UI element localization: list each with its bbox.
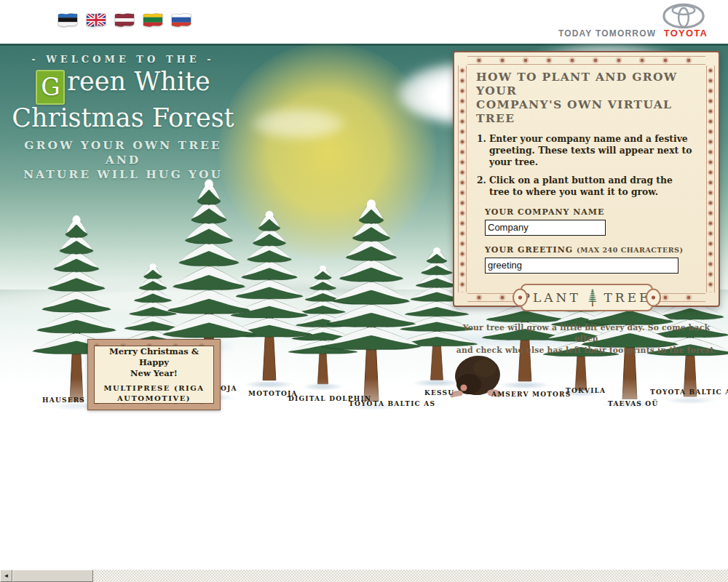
- toyota-emblem[interactable]: [661, 1, 706, 31]
- panel-ornament-left: [458, 65, 467, 292]
- tree-company-label: TOKVILA: [566, 387, 606, 394]
- green-g-badge: G: [36, 70, 65, 105]
- plant-instructions-panel: HOW TO PLANT AND GROW YOUR COMPANY'S OWN…: [453, 51, 720, 307]
- greeting-input[interactable]: [485, 258, 678, 274]
- plant-tree-button[interactable]: PLANT TREE: [521, 284, 653, 311]
- page-white-area: [0, 440, 728, 570]
- instruction-steps: Enter your company name and a festive gr…: [473, 133, 701, 198]
- step-2: Click on a plant button and drag the tre…: [489, 175, 693, 198]
- tree-company-label: TAEVAS OÜ: [608, 400, 658, 407]
- flag-united-kingdom[interactable]: [85, 12, 107, 28]
- greeting-label-limit: (MAX 240 CHARACTERS): [577, 246, 684, 254]
- tree-company-label: TOYOTA BALTIC AS: [650, 388, 728, 396]
- flag-lithuania[interactable]: [142, 12, 164, 28]
- site-title: Green White Christmas Forest: [12, 68, 234, 132]
- tree-company-label: KESSU: [424, 389, 454, 396]
- horizontal-scrollbar-track[interactable]: ◄: [0, 570, 728, 582]
- panel-title: HOW TO PLANT AND GROW YOUR COMPANY'S OWN…: [476, 71, 700, 126]
- flag-latvia[interactable]: [114, 12, 135, 28]
- tree-company-label: OJA: [221, 385, 237, 392]
- tree-company-label: AMSERV MOTORS: [491, 391, 571, 398]
- tree-word: TREE: [604, 290, 652, 305]
- greeting-label: YOUR GREETING (MAX 240 CHARACTERS): [485, 245, 719, 255]
- tree-company-label: TOYOTA BALTIC AS: [349, 400, 435, 407]
- language-flags: [57, 12, 192, 28]
- top-bar: TODAY TOMORROW TOYOTA: [0, 0, 728, 44]
- today-text: TODAY: [558, 28, 592, 39]
- planted-tree[interactable]: [323, 197, 420, 407]
- brand-tagline: TODAY TOMORROW TOYOTA: [558, 28, 708, 39]
- sign-company-line1: MULTIPRESE (RIGA: [104, 383, 205, 394]
- plant-word: PLANT: [522, 290, 581, 305]
- flag-russia[interactable]: [170, 12, 192, 28]
- hero-subtitle: GROW YOUR OWN TREE AND NATURE WILL HUG Y…: [12, 138, 234, 181]
- step-1: Enter your company name and a festive gr…: [489, 133, 693, 168]
- title-line1: reen White: [67, 67, 210, 96]
- flag-estonia[interactable]: [57, 12, 79, 28]
- tree-icon: [588, 280, 597, 315]
- scroll-left-button[interactable]: ◄: [0, 570, 12, 582]
- scrollbar-thumb[interactable]: [12, 570, 93, 582]
- sign-company-line2: AUTOMOTIVE): [117, 394, 191, 404]
- welcome-text: - WELCOME TO THE -: [12, 54, 234, 65]
- greeting-sign: Merry Christmas & Happy New Year! MULTIP…: [87, 339, 221, 410]
- company-name-input[interactable]: [485, 220, 606, 236]
- panel-footer-note: Your tree will grow a little bit every d…: [454, 322, 719, 356]
- panel-ornament-right: [706, 65, 715, 292]
- greeting-sign-inner: Merry Christmas & Happy New Year! MULTIP…: [94, 346, 214, 404]
- tree-company-label: HAUSERS (: [42, 396, 92, 404]
- toyota-wordmark: TOYOTA: [664, 28, 708, 39]
- company-name-label: YOUR COMPANY NAME: [485, 207, 719, 217]
- panel-ornament-top: [467, 56, 705, 65]
- sign-greeting-line2: New Year!: [130, 368, 178, 379]
- cloud: [251, 108, 346, 138]
- sign-greeting-line1: Merry Christmas & Happy: [95, 346, 213, 368]
- hero-title-block: - WELCOME TO THE - Green White Christmas…: [12, 54, 234, 182]
- tomorrow-text: TOMORROW: [596, 28, 656, 39]
- title-line2: Christmas Forest: [12, 103, 234, 132]
